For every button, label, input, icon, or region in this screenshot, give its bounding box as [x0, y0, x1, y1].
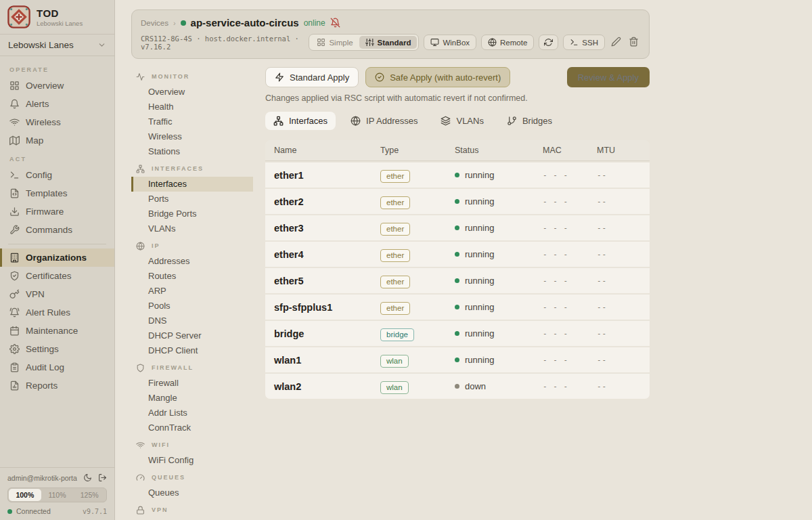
interfaces-table: Name Type Status MAC MTU ether1 ether ru…: [265, 140, 650, 399]
sidebar-item-overview[interactable]: Overview: [0, 77, 114, 95]
subnav-item-conntrack[interactable]: ConnTrack: [131, 420, 253, 435]
col-mac: MAC: [543, 146, 597, 155]
subnav-item-queues[interactable]: Queues: [131, 485, 253, 500]
globe-icon: [351, 116, 361, 126]
subnav-item-addr-lists[interactable]: Addr Lists: [131, 406, 253, 420]
network-icon: [136, 165, 145, 173]
bell-off-icon[interactable]: [330, 18, 340, 28]
table-row-sfp-sfpplus1[interactable]: sfp-sfpplus1 ether running - - - --: [265, 295, 650, 320]
sidebar-item-organizations[interactable]: Organizations: [0, 248, 114, 267]
refresh-icon: [544, 38, 553, 47]
review-apply-button[interactable]: Review & Apply: [567, 67, 650, 87]
subnav-item-firewall[interactable]: Firewall: [131, 376, 253, 391]
sidebar-item-label: Wireless: [26, 117, 61, 127]
view-simple-label: Simple: [329, 39, 353, 47]
remote-button[interactable]: Remote: [481, 35, 534, 50]
winbox-button[interactable]: WinBox: [424, 35, 476, 50]
subnav-item-addresses[interactable]: Addresses: [131, 254, 253, 269]
tab-interfaces[interactable]: Interfaces: [265, 112, 336, 130]
subnav-item-pools[interactable]: Pools: [131, 299, 253, 313]
view-standard-button[interactable]: Standard: [359, 36, 418, 49]
safe-apply-button[interactable]: Safe Apply (with auto-revert): [365, 67, 510, 87]
sidebar-section-act: ACT: [0, 150, 114, 166]
logout-icon[interactable]: [98, 473, 107, 482]
sidebar-item-certificates[interactable]: Certificates: [0, 267, 114, 285]
zoom-option-125[interactable]: 125%: [73, 489, 106, 501]
tab-vlans[interactable]: VLANs: [432, 112, 491, 130]
cell-type: ether: [380, 275, 455, 287]
subnav-item-wireless[interactable]: Wireless: [131, 129, 253, 144]
pencil-icon: [611, 37, 621, 47]
status-dot: [455, 305, 459, 309]
subnav-item-interfaces[interactable]: Interfaces: [131, 177, 253, 192]
subnav-item-dns[interactable]: DNS: [131, 313, 253, 328]
sidebar-item-config[interactable]: Config: [0, 166, 114, 184]
cell-status: down: [455, 381, 543, 391]
sidebar-item-map[interactable]: Map: [0, 131, 114, 150]
table-row-wlan2[interactable]: wlan2 wlan down - - - --: [265, 374, 650, 399]
sidebar-item-alerts[interactable]: Alerts: [0, 95, 114, 113]
sidebar-item-maintenance[interactable]: Maintenance: [0, 322, 114, 340]
sidebar-item-templates[interactable]: Templates: [0, 184, 114, 202]
device-panel: Standard Apply Safe Apply (with auto-rev…: [265, 67, 650, 520]
refresh-button[interactable]: [539, 35, 558, 50]
connection-status: Connected: [7, 507, 51, 515]
sidebar-item-vpn[interactable]: VPN: [0, 285, 114, 303]
tab-ip-addresses[interactable]: IP Addresses: [342, 112, 426, 130]
cell-mac: - - -: [543, 171, 597, 179]
account-row: admin@mikrotik-portal.dev: [7, 473, 107, 482]
sidebar-item-label: Reports: [26, 381, 58, 391]
zoom-option-110[interactable]: 110%: [41, 489, 74, 501]
sidebar-item-label: Map: [26, 135, 43, 146]
subnav-group-monitor: MONITOR: [131, 67, 265, 85]
table-row-wlan1[interactable]: wlan1 wlan running - - - --: [265, 347, 650, 372]
sidebar-item-firmware[interactable]: Firmware: [0, 202, 114, 221]
map-icon: [9, 135, 20, 146]
table-row-bridge[interactable]: bridge bridge running - - - --: [265, 321, 650, 346]
breadcrumb-devices[interactable]: Devices: [141, 19, 168, 27]
subnav-item-routes[interactable]: Routes: [131, 269, 253, 284]
status-dot: [455, 225, 459, 230]
cell-mtu: --: [597, 329, 650, 338]
clipboard-icon: [9, 362, 20, 372]
ssh-label: SSH: [582, 39, 598, 47]
sidebar-item-alert-rules[interactable]: Alert Rules: [0, 303, 114, 322]
subnav-item-ports[interactable]: Ports: [131, 192, 253, 207]
subnav-item-traffic[interactable]: Traffic: [131, 114, 253, 129]
cell-name: ether3: [265, 223, 380, 234]
table-row-ether3[interactable]: ether3 ether running - - - --: [265, 215, 650, 240]
zoom-option-100[interactable]: 100%: [9, 489, 41, 501]
sidebar-item-commands[interactable]: Commands: [0, 221, 114, 239]
sidebar-item-wireless[interactable]: Wireless: [0, 113, 114, 131]
table-row-ether5[interactable]: ether5 ether running - - - --: [265, 268, 650, 293]
moon-icon[interactable]: [83, 473, 92, 482]
standard-apply-button[interactable]: Standard Apply: [265, 67, 359, 87]
subnav-item-overview[interactable]: Overview: [131, 85, 253, 100]
subnav-item-stations[interactable]: Stations: [131, 144, 253, 159]
online-badge: online: [304, 18, 325, 28]
tab-bridges[interactable]: Bridges: [499, 112, 560, 130]
table-row-ether1[interactable]: ether1 ether running - - - --: [265, 162, 650, 188]
sidebar-item-settings[interactable]: Settings: [0, 340, 114, 358]
subnav-item-bridge-ports[interactable]: Bridge Ports: [131, 207, 253, 221]
sidebar-item-audit-log[interactable]: Audit Log: [0, 358, 114, 376]
subnav-item-wifi-config[interactable]: WiFi Config: [131, 453, 253, 468]
subnav-item-vlans[interactable]: VLANs: [131, 221, 253, 236]
edit-button[interactable]: [610, 35, 623, 50]
cell-status: running: [455, 170, 543, 180]
table-row-ether2[interactable]: ether2 ether running - - - --: [265, 189, 650, 214]
delete-button[interactable]: [627, 35, 640, 50]
cell-status: running: [455, 223, 543, 233]
sidebar-item-reports[interactable]: Reports: [0, 376, 114, 395]
table-row-ether4[interactable]: ether4 ether running - - - --: [265, 242, 650, 267]
subnav-item-mangle[interactable]: Mangle: [131, 391, 253, 406]
view-simple-button[interactable]: Simple: [311, 36, 359, 49]
subnav-item-dhcp-client[interactable]: DHCP Client: [131, 343, 253, 358]
org-selector[interactable]: Lebowski Lanes: [0, 35, 114, 56]
subnav-item-dhcp-server[interactable]: DHCP Server: [131, 328, 253, 343]
subnav-item-arp[interactable]: ARP: [131, 284, 253, 299]
account-email: admin@mikrotik-portal.dev: [7, 474, 77, 482]
ssh-button[interactable]: SSH: [563, 35, 605, 50]
subnav-item-health[interactable]: Health: [131, 100, 253, 114]
sidebar-divider: [8, 244, 106, 244]
